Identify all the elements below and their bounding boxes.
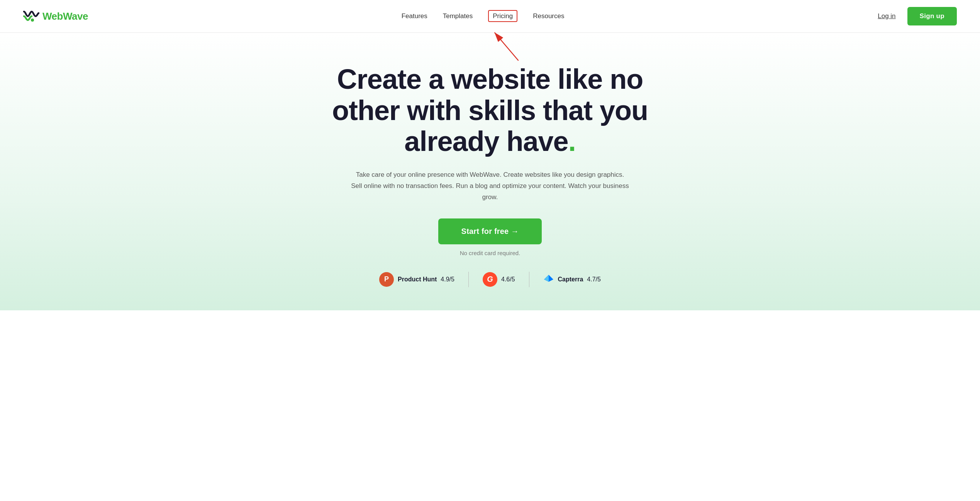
producthunt-score: 4.9/5 <box>441 276 454 283</box>
rating-g2: G 4.6/5 <box>469 272 529 287</box>
svg-point-0 <box>31 19 34 22</box>
pricing-box[interactable]: Pricing <box>488 10 517 22</box>
svg-marker-4 <box>544 275 549 282</box>
logo[interactable]: WebWave <box>23 9 88 23</box>
ratings-bar: P Product Hunt 4.9/5 G 4.6/5 Capterra 4.… <box>8 272 972 287</box>
no-credit-label: No credit card required. <box>8 250 972 256</box>
nav-item-pricing[interactable]: Pricing <box>488 12 517 20</box>
signup-button[interactable]: Sign up <box>907 7 957 25</box>
logo-text: WebWave <box>42 10 88 22</box>
g2-score: 4.6/5 <box>501 276 515 283</box>
capterra-icon <box>543 274 554 285</box>
capterra-name: Capterra <box>558 276 583 283</box>
header-right: Log in Sign up <box>878 7 957 25</box>
hero-section: Create a website like no other with skil… <box>0 33 980 310</box>
capterra-logo-icon <box>543 274 554 285</box>
nav-item-features[interactable]: Features <box>402 12 427 20</box>
nav-item-templates[interactable]: Templates <box>443 12 473 20</box>
hero-subtitle: Take care of your online presence with W… <box>351 169 629 203</box>
hero-title-dot: . <box>568 126 576 157</box>
logo-icon <box>23 9 39 23</box>
producthunt-badge: P <box>379 272 394 287</box>
rating-producthunt: P Product Hunt 4.9/5 <box>365 272 468 287</box>
hero-title: Create a website like no other with skil… <box>301 64 679 157</box>
g2-badge: G <box>483 272 497 287</box>
header: WebWave Features Templates Pricing Resou… <box>0 0 980 33</box>
capterra-score: 4.7/5 <box>587 276 601 283</box>
main-nav: Features Templates Pricing Resources <box>402 12 565 20</box>
rating-capterra: Capterra 4.7/5 <box>529 274 615 285</box>
login-link[interactable]: Log in <box>878 12 895 20</box>
start-free-button[interactable]: Start for free → <box>438 218 542 244</box>
nav-item-resources[interactable]: Resources <box>533 12 564 20</box>
producthunt-name: Product Hunt <box>398 276 437 283</box>
